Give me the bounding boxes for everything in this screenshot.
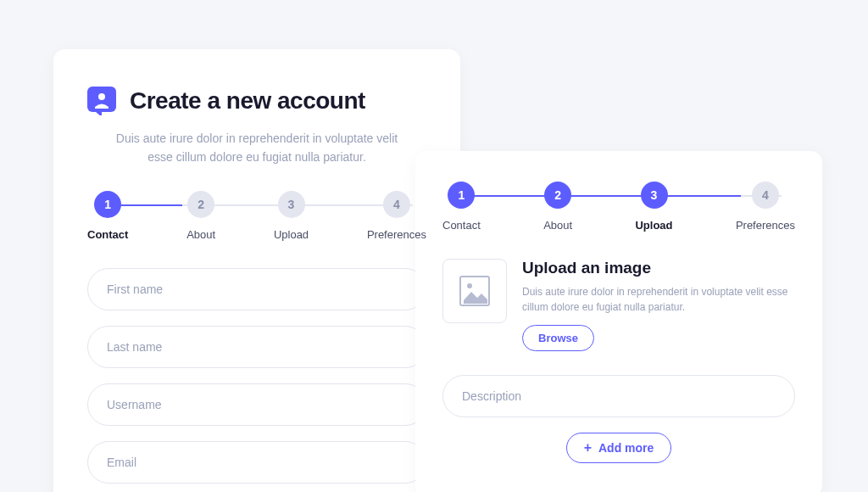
- upload-description: Duis aute irure dolor in reprehenderit i…: [522, 284, 795, 315]
- step-label: About: [186, 228, 215, 241]
- step-label: About: [543, 219, 572, 232]
- step-contact[interactable]: 1 Contact: [442, 182, 481, 232]
- step-label: Preferences: [367, 228, 426, 241]
- stepper: 1 Contact 2 About 3 Upload 4 Preferences: [442, 182, 795, 232]
- header-row: Create a new account: [87, 87, 426, 115]
- add-more-row: + Add more: [442, 433, 795, 463]
- card-create-account: Create a new account Duis aute irure dol…: [53, 49, 460, 492]
- username-field[interactable]: [87, 383, 426, 426]
- step-label: Contact: [442, 219, 481, 232]
- last-name-field[interactable]: [87, 326, 426, 368]
- stepper: 1 Contact 2 About 3 Upload 4 Preferences: [87, 191, 426, 241]
- browse-button[interactable]: Browse: [522, 325, 594, 351]
- step-number: 1: [94, 191, 121, 218]
- page-title: Create a new account: [130, 87, 365, 115]
- step-label: Upload: [274, 228, 309, 241]
- step-upload[interactable]: 3 Upload: [635, 182, 672, 232]
- step-about[interactable]: 2 About: [543, 182, 572, 232]
- step-number: 2: [544, 182, 571, 209]
- svg-point-3: [467, 283, 472, 288]
- email-field[interactable]: [87, 441, 426, 484]
- add-more-label: Add more: [598, 441, 654, 455]
- plus-icon: +: [584, 441, 592, 455]
- step-label: Contact: [87, 228, 128, 241]
- step-preferences[interactable]: 4 Preferences: [736, 182, 795, 232]
- step-number: 4: [752, 182, 779, 209]
- first-name-field[interactable]: [87, 268, 426, 310]
- card-upload: 1 Contact 2 About 3 Upload 4 Preferences…: [415, 151, 822, 492]
- upload-title: Upload an image: [522, 259, 795, 277]
- svg-point-1: [98, 93, 105, 100]
- add-more-button[interactable]: + Add more: [566, 433, 672, 463]
- step-number: 4: [383, 191, 410, 218]
- step-number: 3: [278, 191, 305, 218]
- step-label: Upload: [635, 219, 672, 232]
- step-contact[interactable]: 1 Contact: [87, 191, 128, 241]
- upload-section: Upload an image Duis aute irure dolor in…: [442, 259, 795, 351]
- upload-text: Upload an image Duis aute irure dolor in…: [522, 259, 795, 351]
- step-number: 2: [187, 191, 214, 218]
- description-field[interactable]: [442, 375, 795, 417]
- step-upload[interactable]: 3 Upload: [274, 191, 309, 241]
- step-about[interactable]: 2 About: [186, 191, 215, 241]
- step-preferences[interactable]: 4 Preferences: [367, 191, 426, 241]
- user-badge-icon: [87, 87, 116, 115]
- page-subtitle: Duis aute irure dolor in reprehenderit i…: [104, 129, 409, 167]
- image-placeholder-icon[interactable]: [442, 259, 507, 323]
- step-label: Preferences: [736, 219, 795, 232]
- step-number: 1: [448, 182, 475, 209]
- step-number: 3: [641, 182, 668, 209]
